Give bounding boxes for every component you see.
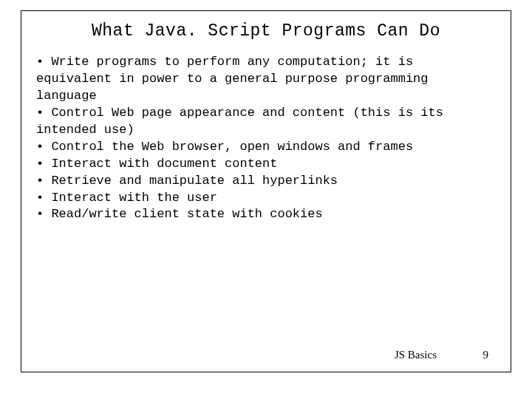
slide-title: What Java. Script Programs Can Do: [21, 21, 511, 41]
bullet-item: • Control Web page appearance and conten…: [36, 105, 496, 139]
bullet-item: • Control the Web browser, open windows …: [36, 139, 496, 156]
bullet-item: • Write programs to perform any computat…: [36, 54, 496, 105]
bullet-item: • Interact with document content: [36, 156, 496, 173]
bullet-item: • Retrieve and manipulate all hyperlinks: [36, 173, 496, 190]
slide-content: • Write programs to perform any computat…: [21, 54, 511, 223]
bullet-item: • Read/write client state with cookies: [36, 206, 496, 223]
footer-label: JS Basics: [395, 349, 437, 361]
slide-frame: What Java. Script Programs Can Do • Writ…: [21, 10, 511, 372]
page-number: 9: [483, 349, 489, 361]
bullet-item: • Interact with the user: [36, 190, 496, 207]
